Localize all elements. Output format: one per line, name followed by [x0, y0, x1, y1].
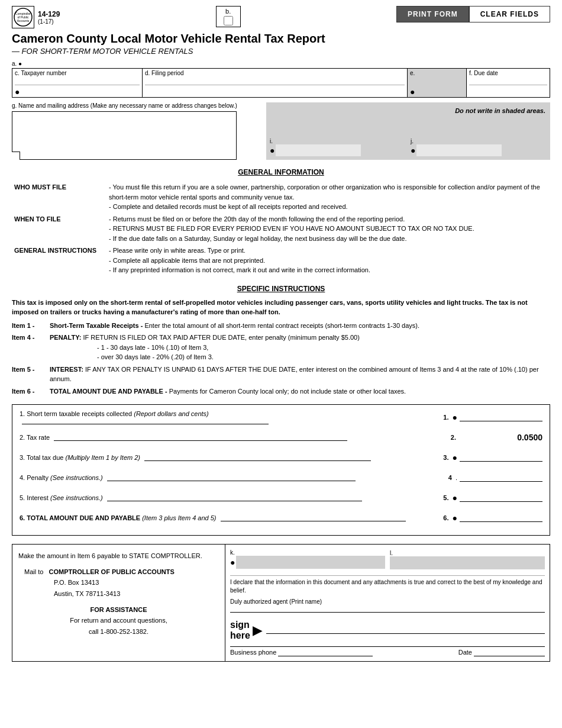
agent-input[interactable] [230, 605, 482, 612]
address-section: g. Name and mailing address (Make any ne… [12, 102, 550, 160]
calc-input-3[interactable] [460, 454, 542, 462]
calc-row3-desc: 3. Total tax due (Multiply Item 1 by Ite… [20, 454, 431, 461]
j-input-field[interactable] [418, 147, 500, 154]
bottom-right: k. ● l. I declare that the information i… [225, 545, 550, 661]
calc-row4-desc: 4. Penalty (See instructions.) [20, 474, 434, 481]
do-not-write: Do not write in shaded areas. [271, 107, 545, 114]
sign-here: sign here ▶ [230, 620, 545, 640]
clear-fields-button[interactable]: CLEAR FIELDS [469, 6, 550, 22]
general-info-header: GENERAL INFORMATION [12, 168, 550, 176]
i-dot: ● [270, 146, 274, 155]
b-field: b. [216, 6, 241, 27]
main-title: Cameron County Local Motor Vehicle Renta… [12, 32, 550, 46]
filing-period-input[interactable] [145, 78, 405, 85]
item6-text: TOTAL AMOUNT DUE AND PAYABLE - Payments … [50, 386, 550, 397]
calc-row4-label: 4. Penalty [20, 474, 49, 481]
address-textarea[interactable] [15, 114, 234, 156]
gi-line-3: - If any preprinted information is not c… [109, 265, 548, 275]
date-input[interactable] [474, 649, 545, 656]
business-phone-input[interactable] [278, 649, 373, 656]
fields-row: c. Taxpayer number d. Filing period e. f… [12, 68, 550, 86]
l-input[interactable] [390, 556, 545, 569]
item4-desc: IF RETURN IS FILED OR TAX PAID AFTER DUE… [83, 334, 359, 341]
k-input[interactable] [236, 556, 385, 569]
top-bar: Comptroller of Public Accounts 14-129 (1… [12, 6, 550, 28]
calc-input-6[interactable] [460, 514, 542, 522]
mail-address2: P.O. Box 13413 [54, 579, 99, 586]
calc-row-3: 3. Total tax due (Multiply Item 1 by Ite… [20, 450, 542, 465]
i-field: i. ● [270, 138, 406, 156]
specific-instructions-header: SPECIFIC INSTRUCTIONS [12, 285, 550, 293]
calc-num-1: 1. [431, 414, 449, 421]
calc-input-5[interactable] [460, 494, 542, 502]
specific-intro: This tax is imposed only on the short-te… [12, 298, 550, 317]
address-corner [12, 152, 20, 160]
i-input-field[interactable] [277, 147, 359, 154]
k-dot: ● [230, 558, 235, 567]
l-label: l. [390, 550, 393, 556]
item4-sub1: - 1 - 30 days late - 10% (.10) of Item 3… [97, 344, 208, 351]
for-assistance-label: FOR ASSISTANCE [18, 604, 219, 616]
calc-input-1[interactable] [460, 414, 542, 421]
taxpayer-number-input[interactable] [15, 78, 140, 85]
f-label: f. Due date [469, 70, 547, 76]
form-number: 14-129 [38, 10, 60, 18]
l-field: l. [390, 549, 545, 569]
item5-title: INTEREST: [50, 366, 83, 373]
i-input[interactable] [276, 144, 361, 156]
taxpayer-number-label: c. Taxpayer number [15, 70, 140, 76]
date-label: Date [458, 649, 472, 656]
kl-row: k. ● l. [230, 549, 545, 569]
e-cell: e. [408, 69, 467, 86]
sign-arrow: ▶ [253, 623, 261, 637]
calc-row3-italic: (Multiply Item 1 by Item 2) [65, 454, 140, 461]
b-label: b. [225, 8, 231, 15]
bottom-left: Make the amount in Item 6 payable to STA… [12, 545, 225, 661]
print-form-button[interactable]: PRINT FORM [396, 6, 469, 22]
phone-date-row: Business phone Date [230, 646, 545, 656]
form-version: (1-17) [38, 18, 60, 25]
agent-label-text: Duly authorized agent (Print name) [230, 598, 322, 605]
taxpayer-number-cell: c. Taxpayer number [12, 69, 143, 86]
calc-row2-desc: 2. Tax rate [20, 434, 438, 441]
filing-period-cell: d. Filing period [143, 69, 408, 86]
calc-bullet-6: ● [453, 513, 457, 523]
who-line-1: - You must file this return if you are a… [109, 182, 548, 202]
item5-desc: IF ANY TAX OR PENALTY IS UNPAID 61 DAYS … [50, 366, 539, 383]
b-checkbox[interactable] [224, 16, 233, 25]
item1-desc: Enter the total amount of all short-term… [144, 322, 419, 329]
assistance-info: For return and account questions, call 1… [18, 615, 219, 637]
calc-row-4: 4. Penalty (See instructions.) 4 . [20, 470, 542, 485]
assistance-phone: call 1-800-252-1382. [18, 626, 219, 637]
tax-rate-value: 0.0500 [460, 433, 542, 442]
signature-input[interactable] [266, 626, 545, 634]
item5-label: Item 5 - [12, 365, 47, 384]
item1-label: Item 1 - [12, 321, 47, 331]
svg-text:Accounts: Accounts [17, 19, 30, 22]
calc-bullet-3: ● [453, 453, 457, 462]
item1-row: Item 1 - Short-Term Taxable Receipts - E… [12, 321, 550, 331]
calc-row3-label: 3. Total tax due [20, 454, 63, 461]
dots-row: ● ● [12, 86, 550, 98]
date-area: Date [458, 649, 545, 656]
calc-box: 1. Short term taxable receipts collected… [12, 404, 550, 536]
item5-text: INTEREST: IF ANY TAX OR PENALTY IS UNPAI… [50, 365, 550, 384]
calc-num-6: 6. [431, 514, 449, 521]
j-label: j. [411, 138, 414, 144]
j-input[interactable] [416, 144, 502, 156]
calc-input-4[interactable] [460, 474, 542, 482]
item6-title: TOTAL AMOUNT DUE AND PAYABLE - [50, 388, 167, 395]
item4-title: PENALTY: [50, 334, 81, 341]
calc-row-5: 5. Interest (See instructions.) 5. ● [20, 490, 542, 505]
item4-label: Item 4 - [12, 333, 47, 362]
item6-label: Item 6 - [12, 386, 47, 397]
general-instructions-content: - Please write only in white areas. Type… [106, 244, 550, 276]
calc-bullet-5: ● [453, 493, 457, 502]
due-date-input[interactable] [469, 78, 547, 85]
business-phone-label: Business phone [230, 649, 276, 656]
when-to-file-label: WHEN TO FILE [12, 213, 106, 245]
gi-line-2: - Complete all applicable items that are… [109, 256, 548, 266]
i-label: i. [270, 138, 273, 144]
button-group: PRINT FORM CLEAR FIELDS [396, 6, 550, 22]
e-label: e. [410, 70, 464, 76]
